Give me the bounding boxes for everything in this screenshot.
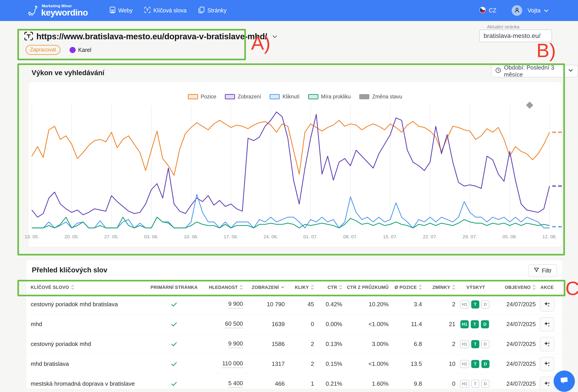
column-header-objeveno[interactable]: OBJEVENO <box>496 284 536 290</box>
cell-pozice: 3.4 <box>388 301 422 308</box>
search-volume-value[interactable]: 60 500 <box>225 320 243 328</box>
cell-keyword[interactable]: mestská hromadná doprava v bratislave <box>31 380 148 387</box>
sort-desc-icon[interactable] <box>281 285 285 289</box>
x-axis-tick-label: 22. 07. <box>423 234 437 239</box>
cell-ctr-z-pruzkumu: <1.00% <box>342 360 388 367</box>
cell-akce <box>536 297 558 312</box>
cell-keyword[interactable]: mhd <box>31 321 148 328</box>
table-row[interactable]: cestovný poriadok mhd bratislava9 90010 … <box>26 295 562 314</box>
cell-keyword[interactable]: cestovný poriadok mhd bratislava <box>31 301 148 308</box>
x-axis-tick-label: 12. 08. <box>542 234 557 239</box>
page-url[interactable]: https://www.bratislava-mesto.eu/doprava-… <box>36 32 267 41</box>
chat-button[interactable] <box>554 371 575 392</box>
legend-item[interactable]: Míra prokliku <box>308 94 351 100</box>
sort-icon[interactable] <box>311 284 314 290</box>
filter-button[interactable]: Filtr <box>528 264 557 277</box>
cell-keyword[interactable]: cestovný poriadok mhd <box>31 341 148 348</box>
keywords-title: Přehled klíčových slov <box>32 266 107 274</box>
actions-button[interactable] <box>540 357 554 371</box>
sort-icon[interactable] <box>240 284 243 290</box>
sort-icon[interactable] <box>339 284 342 290</box>
cell-hledanost: 9 900 <box>200 300 243 308</box>
column-header-kl-ov-slovo[interactable]: KLÍČOVÉ SLOVO <box>31 284 148 290</box>
table-row[interactable]: mhd bratislava110 000131720.15%<1.00%13.… <box>26 354 562 374</box>
cell-zobrazeni: 10 790 <box>243 301 285 308</box>
status-badge[interactable]: Zapracovat <box>26 45 60 55</box>
table-row[interactable]: cestovný poriadok mhd9 900158620.13%3.00… <box>26 334 562 354</box>
x-axis-tick-label: 15. 07. <box>383 234 397 239</box>
column-header-kliky[interactable]: KLIKY <box>285 284 314 290</box>
cell-keyword[interactable]: mhd bratislava <box>31 360 148 367</box>
sort-icon[interactable] <box>532 284 536 290</box>
period-selector[interactable]: Období: Poslední 3 měsíce <box>491 65 578 77</box>
search-volume-value[interactable]: 110 000 <box>222 360 243 368</box>
sparkles-icon <box>543 380 551 388</box>
chart-line-kliknutí <box>32 195 550 228</box>
actions-button[interactable] <box>540 337 554 351</box>
chevron-down-icon[interactable] <box>271 33 278 40</box>
column-header--pozice[interactable]: Ø POZICE <box>388 284 422 290</box>
column-header-label: Ø POZICE <box>394 285 417 290</box>
search-volume-value[interactable]: 9 900 <box>228 300 243 308</box>
cell-zminky: 21 <box>422 321 455 328</box>
legend-item[interactable]: Kliknutí <box>270 94 299 100</box>
sort-icon[interactable] <box>71 284 74 290</box>
current-page-input[interactable]: bratislava-mesto.eu/ <box>479 30 552 42</box>
sparkles-icon <box>543 301 551 308</box>
table-row[interactable]: mhd60 500163900.00%<1.00%11.421H1TD24/07… <box>26 314 562 334</box>
cell-primary-page <box>148 321 200 328</box>
nav-item-label: Klíčová slova <box>153 7 187 14</box>
scan-text-icon <box>144 7 151 14</box>
column-header-label: CTR <box>328 285 337 290</box>
clock-icon <box>495 67 501 75</box>
column-header-zobrazen-[interactable]: ZOBRAZENÍ <box>243 285 285 290</box>
sort-icon[interactable] <box>452 284 455 290</box>
legend-label: Pozice <box>201 94 216 100</box>
sort-icon[interactable] <box>419 284 422 290</box>
annotation-letter-b: B) <box>536 41 556 60</box>
column-header-zm-nky[interactable]: ZMÍNKY <box>422 284 455 290</box>
nav-item-label: Weby <box>118 7 133 14</box>
status-change-diamond-marker <box>526 102 533 109</box>
column-header-hledanost[interactable]: HLEDANOST <box>200 284 243 290</box>
search-volume-value[interactable]: 5 400 <box>228 380 243 388</box>
x-axis-tick-label: 17. 06. <box>224 234 238 239</box>
cell-kliky: 2 <box>285 341 314 348</box>
search-volume-value[interactable]: 9 900 <box>228 340 243 348</box>
performance-chart-svg[interactable]: 13. 05.20. 05.27. 05.03. 06.10. 06.17. 0… <box>28 102 562 246</box>
keywords-title-row: Přehled klíčových slov Filtr <box>26 260 562 280</box>
cell-zobrazeni: 1639 <box>243 321 285 328</box>
column-header-ctr[interactable]: CTR <box>314 284 342 290</box>
language-switcher[interactable]: CZ <box>479 7 496 14</box>
actions-button[interactable] <box>540 377 554 390</box>
actions-button[interactable] <box>540 297 554 312</box>
legend-item[interactable]: Změna stavu <box>359 94 402 100</box>
x-axis-tick-label: 27. 05. <box>104 234 119 239</box>
legend-item[interactable]: Zobrazení <box>225 94 261 100</box>
chevron-down-icon[interactable] <box>543 8 549 13</box>
user-name[interactable]: Vojta <box>528 7 540 14</box>
occurrence-badge-h1: H1 <box>460 360 469 368</box>
actions-button[interactable] <box>540 317 554 332</box>
nav-item-stranky[interactable]: Stránky <box>198 6 227 15</box>
nav-item-klicova-slova[interactable]: Klíčová slova <box>144 7 187 14</box>
legend-item[interactable]: Pozice <box>188 94 216 100</box>
cell-zminky: 10 <box>422 360 455 367</box>
sparkles-icon <box>543 321 551 328</box>
nav-item-weby[interactable]: Weby <box>109 6 133 15</box>
cell-zminky: 2 <box>422 341 455 348</box>
brand-logo[interactable]: Marketing Miner keywordino <box>27 4 88 17</box>
cell-vyskyt: H1TD <box>455 360 496 368</box>
period-label: Období: Poslední 3 měsíce <box>504 64 565 78</box>
legend-label: Kliknutí <box>283 94 299 100</box>
cell-vyskyt: H1TD <box>455 380 496 388</box>
x-axis-tick-label: 03. 06. <box>144 234 158 239</box>
cell-zobrazeni: 1317 <box>243 360 285 367</box>
chart-line-míra-prokliku <box>32 217 550 228</box>
table-row[interactable]: mestská hromadná doprava v bratislave5 4… <box>26 374 562 389</box>
cell-akce <box>536 337 558 351</box>
column-header-v-skyt: VÝSKYT <box>455 285 496 290</box>
assignee[interactable]: Karel <box>70 47 91 53</box>
avatar[interactable] <box>512 5 522 16</box>
column-header-label: VÝSKYT <box>467 285 485 290</box>
